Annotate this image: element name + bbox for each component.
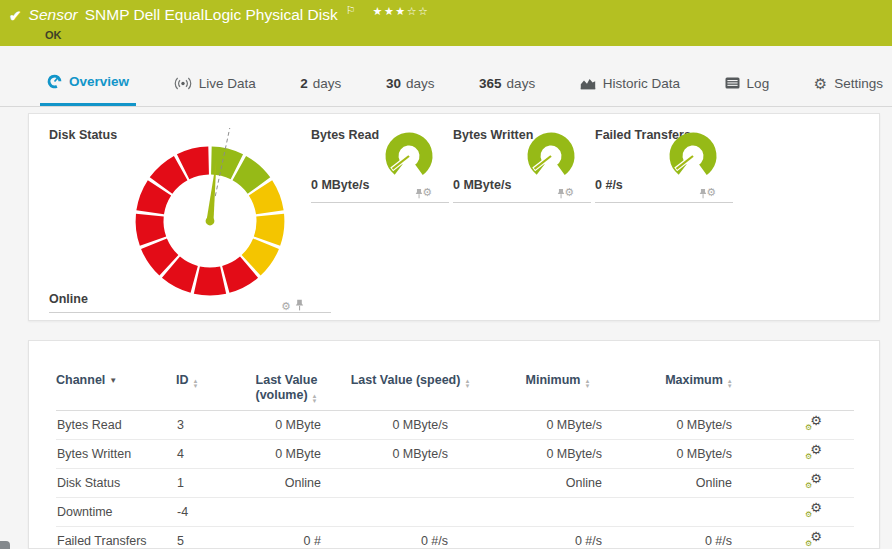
- star-filled-icon[interactable]: ★: [373, 5, 384, 17]
- sort-toggle-icon[interactable]: ▲▼: [193, 379, 199, 389]
- tab-30-days[interactable]: 30days: [379, 60, 442, 106]
- table-row: Disk Status1OnlineOnlineOnline⚙⚙: [56, 469, 854, 498]
- star-empty-icon[interactable]: ☆: [418, 5, 429, 17]
- cell-volume: Online: [234, 469, 339, 498]
- mini-settings-gear-icon[interactable]: ⚙: [706, 187, 716, 198]
- cell-actions: ⚙⚙: [764, 498, 854, 527]
- channels-table: Channel▼ID▲▼Last Value (volume)▲▼Last Va…: [56, 355, 854, 549]
- tab-label: Historic Data: [603, 76, 680, 91]
- gear-small-icon: ⚙: [805, 511, 812, 519]
- gear-icon: ⚙: [814, 76, 827, 91]
- sort-toggle-icon[interactable]: ▲▼: [584, 379, 590, 389]
- column-header-minimum[interactable]: Minimum▲▼: [482, 355, 634, 411]
- mini-settings-gear-icon[interactable]: ⚙: [564, 187, 574, 198]
- column-label: Minimum: [526, 373, 581, 387]
- gauge-settings-gear-icon[interactable]: ⚙: [281, 301, 291, 312]
- sensor-page: ✔ Sensor SNMP Dell EqualLogic Physical D…: [0, 0, 892, 549]
- tab-number: 2: [300, 76, 308, 91]
- cell-speed: 0 #/s: [339, 527, 482, 549]
- ok-check-icon: ✔: [9, 8, 22, 23]
- mini-gauge: [523, 127, 579, 183]
- cell-actions: ⚙⚙: [764, 440, 854, 469]
- mini-gauge-title: Bytes Written: [453, 128, 533, 142]
- live-icon: [174, 77, 192, 90]
- status-badge: OK: [45, 29, 62, 41]
- mini-settings-gear-icon[interactable]: ⚙: [422, 187, 432, 198]
- gauge-needle-hub: [206, 217, 215, 226]
- histdata-icon: [580, 77, 596, 90]
- column-header-maximum[interactable]: Maximum▲▼: [634, 355, 764, 411]
- disk-status-gauge-value: Online: [49, 292, 88, 306]
- cell-min: [482, 498, 634, 527]
- mini-gauge-value: 0 #/s: [595, 178, 623, 192]
- tab-label: Log: [747, 76, 770, 91]
- mini-gauge-panel-bytes-written: Bytes Written0 MByte/s⚙: [453, 126, 591, 203]
- cell-id: -4: [176, 498, 234, 527]
- column-label: Last Value (volume): [255, 373, 317, 402]
- sort-desc-icon[interactable]: ▼: [109, 376, 117, 385]
- overview-icon: [47, 74, 62, 89]
- column-header-last-value-speed-[interactable]: Last Value (speed)▲▼: [339, 355, 482, 411]
- gear-small-icon: ⚙: [805, 482, 812, 490]
- cell-channel: Downtime: [56, 498, 176, 527]
- cell-volume: [234, 498, 339, 527]
- cell-id: 4: [176, 440, 234, 469]
- channel-settings-gears-icon[interactable]: ⚙⚙: [805, 503, 822, 518]
- sort-toggle-icon[interactable]: ▲▼: [727, 379, 733, 389]
- channel-settings-gears-icon[interactable]: ⚙⚙: [805, 416, 822, 431]
- gauge-pin-icon[interactable]: [295, 297, 304, 315]
- corner-widget-chip: [0, 541, 10, 549]
- tab-log[interactable]: Log: [718, 60, 777, 106]
- column-header-id[interactable]: ID▲▼: [176, 355, 234, 411]
- tab-live-data[interactable]: Live Data: [167, 60, 263, 106]
- cell-volume: 0 #: [234, 527, 339, 549]
- disk-status-gauge: [117, 128, 303, 314]
- tab-label: Settings: [834, 76, 883, 91]
- star-empty-icon[interactable]: ☆: [407, 5, 418, 17]
- star-filled-icon[interactable]: ★: [384, 5, 395, 17]
- star-filled-icon[interactable]: ★: [395, 5, 406, 17]
- mini-gauge-value: 0 MByte/s: [311, 178, 369, 192]
- table-row: Downtime-4⚙⚙: [56, 498, 854, 527]
- cell-actions: ⚙⚙: [764, 469, 854, 498]
- priority-stars[interactable]: ★★★☆☆: [373, 5, 430, 18]
- tab-number: 30: [386, 76, 401, 91]
- channels-table-panel: Channel▼ID▲▼Last Value (volume)▲▼Last Va…: [28, 340, 880, 549]
- cell-channel: Failed Transfers: [56, 527, 176, 549]
- overview-panel: Disk Status Online ⚙ Bytes Read0 MByte/s…: [28, 113, 880, 321]
- tab-overview[interactable]: Overview: [40, 60, 136, 106]
- cell-id: 5: [176, 527, 234, 549]
- cell-max: 0 MByte/s: [634, 440, 764, 469]
- column-header-channel[interactable]: Channel▼: [56, 355, 176, 411]
- tab-365-days[interactable]: 365days: [472, 60, 542, 106]
- column-header-last-value-volume-[interactable]: Last Value (volume)▲▼: [234, 355, 339, 411]
- mini-gauge-panel-bytes-read: Bytes Read0 MByte/s⚙: [311, 126, 449, 203]
- cell-volume: 0 MByte: [234, 440, 339, 469]
- tab-settings[interactable]: ⚙Settings: [807, 60, 890, 106]
- tab-label: days: [313, 76, 342, 91]
- tab-historic-data[interactable]: Historic Data: [573, 60, 687, 106]
- tab-bar: OverviewLive Data2days30days365daysHisto…: [0, 60, 892, 107]
- sort-toggle-icon[interactable]: ▲▼: [312, 394, 318, 404]
- channel-settings-gears-icon[interactable]: ⚙⚙: [805, 532, 822, 547]
- gear-small-icon: ⚙: [805, 453, 812, 461]
- channel-settings-gears-icon[interactable]: ⚙⚙: [805, 445, 822, 460]
- cell-actions: ⚙⚙: [764, 411, 854, 440]
- column-label: Last Value (speed): [351, 373, 461, 387]
- tab-label: Live Data: [199, 76, 256, 91]
- mini-gauge-value: 0 MByte/s: [453, 178, 511, 192]
- cell-actions: ⚙⚙: [764, 527, 854, 549]
- channel-settings-gears-icon[interactable]: ⚙⚙: [805, 474, 822, 489]
- cell-min: Online: [482, 469, 634, 498]
- column-label: ID: [176, 373, 189, 387]
- column-label: Channel: [56, 373, 105, 387]
- sort-toggle-icon[interactable]: ▲▼: [464, 379, 470, 389]
- cell-id: 1: [176, 469, 234, 498]
- cell-speed: [339, 469, 482, 498]
- priority-flag-icon: ⚐: [346, 5, 356, 16]
- cell-channel: Bytes Read: [56, 411, 176, 440]
- tab-2-days[interactable]: 2days: [293, 60, 348, 106]
- cell-min: 0 #/s: [482, 527, 634, 549]
- tab-label: days: [406, 76, 435, 91]
- cell-volume: 0 MByte: [234, 411, 339, 440]
